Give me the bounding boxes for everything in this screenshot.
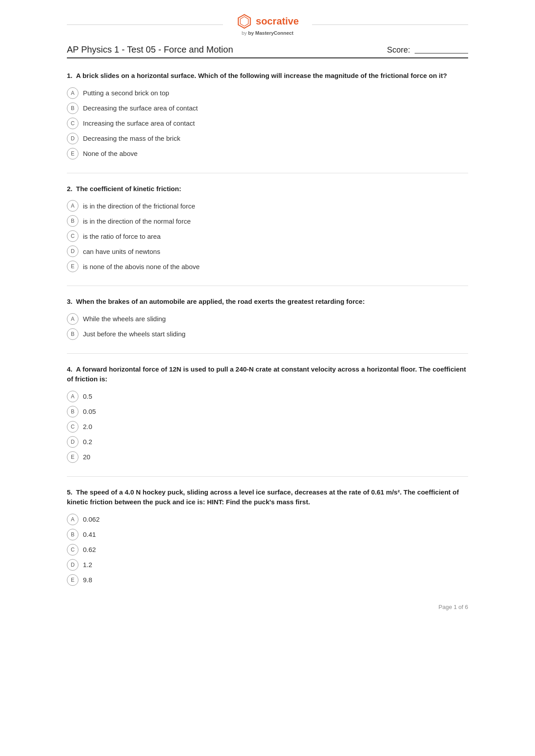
option-circle-a: A bbox=[67, 87, 78, 99]
question-3-option-a[interactable]: AWhile the wheels are sliding bbox=[67, 313, 468, 325]
option-circle-d: D bbox=[67, 133, 78, 144]
question-3-text: 3.When the brakes of an automobile are a… bbox=[67, 297, 468, 307]
option-text-c: 2.0 bbox=[83, 423, 92, 430]
svg-marker-1 bbox=[240, 16, 248, 26]
question-5: 5.The speed of a 4.0 N hockey puck, slid… bbox=[67, 487, 468, 586]
option-text-e: 20 bbox=[83, 453, 91, 461]
logo-icon bbox=[236, 13, 252, 29]
option-circle-d: D bbox=[67, 245, 78, 257]
question-1: 1.A brick slides on a horizontal surface… bbox=[67, 71, 468, 159]
option-circle-c: C bbox=[67, 544, 78, 556]
page-header: socrative by by MasteryConnect bbox=[67, 13, 468, 40]
question-1-text: 1.A brick slides on a horizontal surface… bbox=[67, 71, 468, 81]
question-2-option-c[interactable]: Cis the ratio of force to area bbox=[67, 230, 468, 242]
question-4-option-a[interactable]: A0.5 bbox=[67, 391, 468, 402]
option-circle-c: C bbox=[67, 230, 78, 242]
option-circle-c: C bbox=[67, 118, 78, 129]
question-2: 2.The coefficient of kinetic friction:Ai… bbox=[67, 184, 468, 273]
question-1-option-b[interactable]: BDecreasing the surface area of contact bbox=[67, 102, 468, 114]
page-footer: Page 1 of 6 bbox=[67, 604, 468, 610]
question-5-option-a[interactable]: A0.062 bbox=[67, 514, 468, 525]
question-4-text: 4.A forward horizontal force of 12N is u… bbox=[67, 364, 468, 384]
option-circle-b: B bbox=[67, 529, 78, 540]
option-text-a: is in the direction of the frictional fo… bbox=[83, 202, 195, 210]
option-text-e: None of the above bbox=[83, 150, 138, 157]
questions-container: 1.A brick slides on a horizontal surface… bbox=[67, 71, 468, 586]
option-text-c: 0.62 bbox=[83, 546, 96, 553]
score-line bbox=[415, 53, 468, 53]
option-circle-e: E bbox=[67, 574, 78, 586]
question-5-option-c[interactable]: C0.62 bbox=[67, 544, 468, 556]
logo-area: socrative by by MasteryConnect bbox=[223, 13, 313, 36]
option-circle-c: C bbox=[67, 421, 78, 433]
question-2-option-a[interactable]: Ais in the direction of the frictional f… bbox=[67, 200, 468, 212]
option-circle-e: E bbox=[67, 261, 78, 272]
title-row: AP Physics 1 - Test 05 - Force and Motio… bbox=[67, 45, 468, 58]
option-text-d: can have units of newtons bbox=[83, 248, 160, 255]
question-1-option-e[interactable]: ENone of the above bbox=[67, 148, 468, 159]
option-text-b: Decreasing the surface area of contact bbox=[83, 104, 198, 112]
option-text-c: is the ratio of force to area bbox=[83, 233, 160, 240]
option-text-b: 0.41 bbox=[83, 531, 96, 538]
question-4: 4.A forward horizontal force of 12N is u… bbox=[67, 364, 468, 463]
option-text-e: 9.8 bbox=[83, 576, 92, 584]
option-circle-d: D bbox=[67, 436, 78, 448]
question-4-option-b[interactable]: B0.05 bbox=[67, 406, 468, 417]
option-circle-b: B bbox=[67, 102, 78, 114]
option-circle-a: A bbox=[67, 391, 78, 402]
question-2-text: 2.The coefficient of kinetic friction: bbox=[67, 184, 468, 194]
question-2-option-b[interactable]: Bis in the direction of the normal force bbox=[67, 215, 468, 227]
option-text-e: is none of the abovis none of the above bbox=[83, 263, 200, 270]
logo-text: socrative bbox=[256, 16, 299, 27]
logo-sub-prefix: by Mastery bbox=[248, 30, 274, 36]
option-text-d: 0.2 bbox=[83, 438, 92, 445]
option-text-a: While the wheels are sliding bbox=[83, 315, 166, 323]
option-text-b: Just before the wheels start sliding bbox=[83, 330, 185, 338]
option-text-d: 1.2 bbox=[83, 561, 92, 568]
question-3: 3.When the brakes of an automobile are a… bbox=[67, 297, 468, 340]
question-5-option-b[interactable]: B0.41 bbox=[67, 529, 468, 540]
divider-3 bbox=[67, 353, 468, 354]
option-text-c: Increasing the surface area of contact bbox=[83, 119, 195, 127]
score-area: Score: bbox=[387, 45, 468, 55]
header-line-right bbox=[312, 25, 468, 25]
logo-sub: by by MasteryConnect bbox=[242, 30, 293, 36]
option-circle-d: D bbox=[67, 559, 78, 571]
option-circle-a: A bbox=[67, 313, 78, 325]
question-1-option-c[interactable]: CIncreasing the surface area of contact bbox=[67, 118, 468, 129]
option-text-a: 0.062 bbox=[83, 515, 100, 523]
question-4-option-d[interactable]: D0.2 bbox=[67, 436, 468, 448]
score-label: Score: bbox=[387, 45, 410, 55]
question-1-option-d[interactable]: DDecreasing the mass of the brick bbox=[67, 133, 468, 144]
option-circle-e: E bbox=[67, 451, 78, 463]
divider-4 bbox=[67, 476, 468, 477]
divider-1 bbox=[67, 173, 468, 173]
question-4-option-c[interactable]: C2.0 bbox=[67, 421, 468, 433]
option-circle-b: B bbox=[67, 215, 78, 227]
question-5-option-e[interactable]: E9.8 bbox=[67, 574, 468, 586]
option-circle-b: B bbox=[67, 406, 78, 417]
option-text-a: Putting a second brick on top bbox=[83, 89, 169, 97]
question-2-option-d[interactable]: Dcan have units of newtons bbox=[67, 245, 468, 257]
question-5-text: 5.The speed of a 4.0 N hockey puck, slid… bbox=[67, 487, 468, 507]
page-title: AP Physics 1 - Test 05 - Force and Motio… bbox=[67, 45, 233, 55]
question-1-option-a[interactable]: APutting a second brick on top bbox=[67, 87, 468, 99]
option-text-b: is in the direction of the normal force bbox=[83, 217, 191, 225]
logo-sub-suffix: Connect bbox=[274, 30, 293, 36]
question-4-option-e[interactable]: E20 bbox=[67, 451, 468, 463]
option-text-d: Decreasing the mass of the brick bbox=[83, 135, 180, 142]
option-text-b: 0.05 bbox=[83, 408, 96, 415]
question-5-option-d[interactable]: D1.2 bbox=[67, 559, 468, 571]
question-2-option-e[interactable]: Eis none of the abovis none of the above bbox=[67, 261, 468, 272]
option-circle-a: A bbox=[67, 200, 78, 212]
logo-brand: socrative bbox=[236, 13, 299, 29]
option-circle-b: B bbox=[67, 328, 78, 340]
option-circle-a: A bbox=[67, 514, 78, 525]
header-line-left bbox=[67, 25, 223, 25]
option-text-a: 0.5 bbox=[83, 392, 92, 400]
question-3-option-b[interactable]: BJust before the wheels start sliding bbox=[67, 328, 468, 340]
divider-2 bbox=[67, 286, 468, 286]
option-circle-e: E bbox=[67, 148, 78, 159]
